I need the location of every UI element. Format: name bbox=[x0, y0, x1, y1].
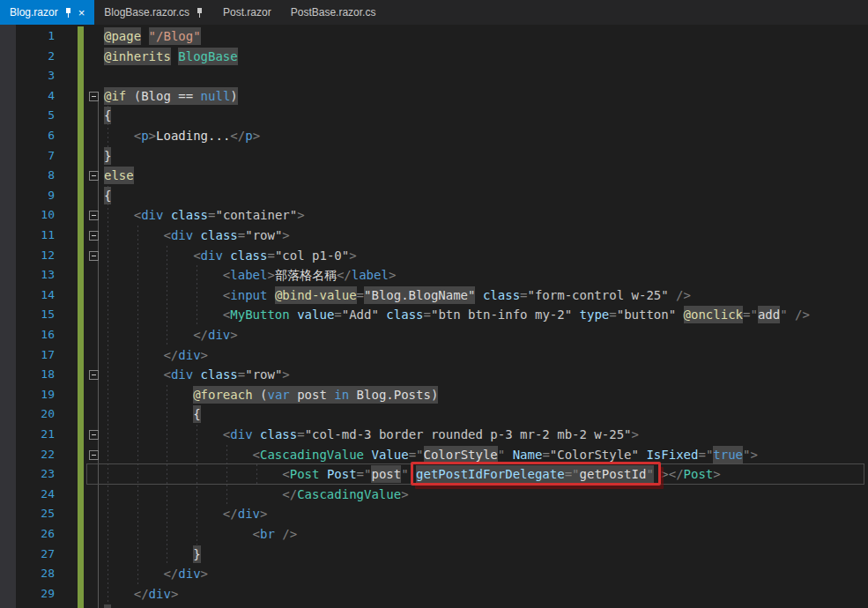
code-line-2[interactable]: 2@inherits BlogBase bbox=[0, 47, 868, 67]
tab-label: Post.razor bbox=[223, 6, 271, 19]
line-number: 18 bbox=[16, 365, 55, 385]
fold-collapse-icon[interactable] bbox=[89, 231, 99, 241]
fold-collapse-icon[interactable] bbox=[89, 92, 99, 101]
code-line-11[interactable]: 11 <div class="row"> bbox=[0, 226, 868, 246]
line-number: 11 bbox=[16, 226, 55, 246]
code-line-20[interactable]: 20 { bbox=[0, 404, 868, 425]
fold-collapse-icon[interactable] bbox=[89, 171, 99, 181]
code-line-25[interactable]: 25 </div> bbox=[0, 504, 868, 524]
line-number: 9 bbox=[16, 186, 55, 206]
code-line-26[interactable]: 26 <br /> bbox=[0, 524, 868, 545]
fold-collapse-icon[interactable] bbox=[89, 430, 99, 440]
code-text: </CascadingValue> bbox=[104, 485, 409, 505]
pin-icon[interactable] bbox=[64, 7, 72, 19]
line-number: 1 bbox=[16, 26, 55, 47]
line-number: 26 bbox=[16, 524, 55, 545]
code-line-16[interactable]: 16 </div> bbox=[0, 325, 868, 345]
code-text: { bbox=[104, 404, 201, 425]
line-number: 4 bbox=[16, 86, 55, 107]
code-text: @page "/Blog" bbox=[104, 26, 201, 47]
code-text: </div> bbox=[104, 504, 267, 524]
code-text: { bbox=[104, 106, 111, 126]
code-text: <div class="container"> bbox=[104, 205, 305, 226]
code-line-30[interactable]: 30} bbox=[0, 604, 868, 608]
code-line-9[interactable]: 9{ bbox=[0, 186, 868, 206]
red-annotation-box bbox=[411, 462, 661, 486]
close-icon[interactable]: × bbox=[78, 7, 85, 19]
code-line-29[interactable]: 29 </div> bbox=[0, 584, 868, 604]
tab-label: BlogBase.razor.cs bbox=[104, 6, 189, 19]
line-number: 8 bbox=[16, 166, 55, 186]
tab-postbase-razor-cs[interactable]: PostBase.razor.cs bbox=[281, 0, 386, 25]
code-line-17[interactable]: 17 </div> bbox=[0, 345, 868, 366]
code-text: <div class="row"> bbox=[104, 226, 290, 246]
code-line-24[interactable]: 24 </CascadingValue> bbox=[0, 485, 868, 505]
code-line-13[interactable]: 13 <label>部落格名稱</label> bbox=[0, 265, 868, 285]
tab-post-razor[interactable]: Post.razor bbox=[213, 0, 281, 25]
code-line-4[interactable]: 4@if (Blog == null) bbox=[0, 86, 868, 107]
code-line-6[interactable]: 6 <p>Loading...</p> bbox=[0, 126, 868, 146]
line-number: 2 bbox=[16, 47, 55, 67]
code-line-19[interactable]: 19 @foreach (var post in Blog.Posts) bbox=[0, 385, 868, 405]
pin-icon[interactable] bbox=[196, 7, 204, 19]
code-editor-window: Blog.razor×BlogBase.razor.csPost.razorPo… bbox=[0, 0, 868, 608]
line-number: 30 bbox=[16, 604, 55, 608]
code-line-5[interactable]: 5{ bbox=[0, 106, 868, 126]
tab-label: Blog.razor bbox=[10, 6, 58, 19]
line-number: 7 bbox=[16, 146, 55, 167]
code-text: @inherits BlogBase bbox=[104, 47, 238, 67]
tab-blog-razor[interactable]: Blog.razor× bbox=[0, 0, 94, 25]
code-text: <label>部落格名稱</label> bbox=[104, 265, 396, 285]
line-number: 13 bbox=[16, 265, 55, 285]
line-number: 12 bbox=[16, 246, 55, 266]
code-line-3[interactable]: 3 bbox=[0, 66, 868, 86]
code-line-28[interactable]: 28 </div> bbox=[0, 564, 868, 584]
line-number: 3 bbox=[16, 66, 55, 86]
line-number: 20 bbox=[16, 404, 55, 425]
line-number: 14 bbox=[16, 285, 55, 306]
fold-collapse-icon[interactable] bbox=[89, 251, 99, 261]
line-number: 28 bbox=[16, 564, 55, 584]
code-text: </div> bbox=[104, 345, 208, 366]
line-number: 10 bbox=[16, 205, 55, 226]
code-text: @if (Blog == null) bbox=[104, 86, 238, 107]
code-text: <input @bind-value="Blog.BlogName" class… bbox=[104, 285, 691, 306]
editor-pane[interactable]: 1@page "/Blog"2@inherits BlogBase34@if (… bbox=[0, 25, 868, 608]
line-number: 23 bbox=[16, 464, 55, 485]
code-line-21[interactable]: 21 <div class="col-md-3 border rounded p… bbox=[0, 425, 868, 445]
code-text: } bbox=[104, 604, 111, 608]
line-number: 17 bbox=[16, 345, 55, 366]
code-text: </div> bbox=[104, 325, 238, 345]
code-text: <br /> bbox=[104, 524, 297, 545]
code-text: <div class="col-md-3 border rounded p-3 … bbox=[104, 425, 639, 445]
fold-collapse-icon[interactable] bbox=[89, 450, 99, 460]
code-line-8[interactable]: 8else bbox=[0, 166, 868, 186]
code-text: } bbox=[104, 545, 201, 565]
line-number: 21 bbox=[16, 425, 55, 445]
code-line-14[interactable]: 14 <input @bind-value="Blog.BlogName" cl… bbox=[0, 285, 868, 306]
line-number: 16 bbox=[16, 325, 55, 345]
code-line-27[interactable]: 27 } bbox=[0, 545, 868, 565]
line-number: 29 bbox=[16, 584, 55, 604]
code-line-7[interactable]: 7} bbox=[0, 146, 868, 167]
change-tracking-bar bbox=[78, 26, 84, 608]
line-number: 5 bbox=[16, 106, 55, 126]
tab-blogbase-razor-cs[interactable]: BlogBase.razor.cs bbox=[94, 0, 213, 25]
code-text: } bbox=[104, 146, 111, 167]
line-number: 6 bbox=[16, 126, 55, 146]
line-number: 15 bbox=[16, 305, 55, 325]
fold-collapse-icon[interactable] bbox=[89, 211, 99, 220]
code-line-18[interactable]: 18 <div class="row"> bbox=[0, 365, 868, 385]
code-line-12[interactable]: 12 <div class="col p1-0"> bbox=[0, 246, 868, 266]
line-number: 25 bbox=[16, 504, 55, 524]
line-number: 27 bbox=[16, 545, 55, 565]
line-number: 24 bbox=[16, 485, 55, 505]
code-line-1[interactable]: 1@page "/Blog" bbox=[0, 26, 868, 47]
fold-collapse-icon[interactable] bbox=[89, 370, 99, 380]
code-line-15[interactable]: 15 <MyButton value="Add" class="btn btn-… bbox=[0, 305, 868, 325]
code-text: else bbox=[104, 166, 134, 186]
code-text: </div> bbox=[104, 584, 178, 604]
code-text: <MyButton value="Add" class="btn btn-inf… bbox=[104, 305, 810, 325]
code-text: { bbox=[104, 186, 111, 206]
code-line-10[interactable]: 10 <div class="container"> bbox=[0, 205, 868, 226]
